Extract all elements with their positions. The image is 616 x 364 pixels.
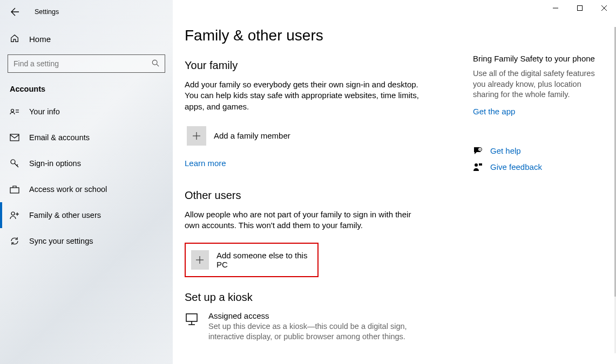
give-feedback-label: Give feedback (490, 162, 542, 171)
sidebar-item-access-work-school[interactable]: Access work or school (0, 176, 173, 202)
home-icon (10, 33, 19, 45)
sidebar-item-sync-settings[interactable]: Sync your settings (0, 228, 173, 254)
key-icon (10, 159, 19, 168)
sidebar-item-your-info[interactable]: Your info (0, 99, 173, 125)
info-text: Use all of the digital safety features y… (473, 68, 597, 100)
other-users-heading: Other users (185, 189, 606, 202)
kiosk-monitor-icon (185, 311, 200, 328)
svg-point-0 (152, 60, 157, 65)
sidebar-item-signin-options[interactable]: Sign-in options (0, 150, 173, 176)
svg-point-2 (11, 109, 14, 112)
svg-point-24 (475, 163, 478, 167)
plus-tile (191, 250, 209, 270)
svg-point-6 (11, 160, 15, 164)
add-family-label: Add a family member (214, 131, 290, 140)
search-box[interactable] (8, 54, 165, 73)
info-panel: Bring Family Safety to your phone Use al… (473, 54, 597, 178)
kiosk-heading: Set up a kiosk (185, 291, 606, 304)
home-label: Home (29, 35, 51, 44)
sync-icon (10, 236, 19, 246)
sidebar-item-label: Sign-in options (29, 159, 81, 168)
person-card-icon (10, 108, 19, 115)
app-title: Settings (35, 8, 59, 16)
sidebar-item-label: Sync your settings (29, 237, 93, 245)
back-button[interactable] (11, 8, 19, 16)
search-input[interactable] (13, 59, 152, 68)
svg-rect-7 (10, 188, 19, 193)
sidebar-item-label: Email & accounts (29, 133, 90, 142)
nav-section-header: Accounts (0, 85, 173, 99)
get-help-label: Get help (490, 146, 521, 155)
sidebar-item-label: Access work or school (29, 185, 107, 194)
learn-more-link[interactable]: Learn more (185, 159, 226, 168)
svg-rect-19 (186, 314, 197, 321)
get-help-link[interactable]: ? Get help (473, 146, 597, 156)
get-the-app-link[interactable]: Get the app (473, 107, 515, 116)
sidebar: Settings Home Accounts Your info Email &… (0, 0, 173, 364)
add-other-user-highlight: Add someone else to this PC (185, 243, 319, 277)
page-title: Family & other users (185, 27, 606, 44)
people-add-icon (10, 211, 19, 219)
plus-icon (195, 256, 204, 264)
svg-line-1 (157, 64, 159, 66)
kiosk-text: Assigned access Set up this device as a … (208, 311, 408, 342)
svg-text:?: ? (479, 148, 481, 151)
sidebar-item-family-other-users[interactable]: Family & other users (0, 202, 173, 228)
kiosk-desc: Set up this device as a kiosk—this could… (208, 321, 408, 342)
info-title: Bring Family Safety to your phone (473, 54, 597, 63)
give-feedback-link[interactable]: Give feedback (473, 162, 597, 172)
help-links: ? Get help Give feedback (473, 146, 597, 172)
plus-icon (192, 132, 201, 140)
briefcase-icon (10, 185, 19, 194)
kiosk-title: Assigned access (208, 311, 408, 320)
svg-rect-25 (479, 163, 482, 166)
sidebar-item-label: Your info (29, 107, 60, 116)
add-other-user-button[interactable]: Add someone else to this PC (189, 248, 314, 272)
search-icon (152, 59, 159, 68)
mail-icon (10, 134, 19, 141)
sidebar-item-email-accounts[interactable]: Email & accounts (0, 125, 173, 150)
svg-point-8 (11, 212, 15, 215)
plus-tile (187, 126, 206, 146)
other-users-description: Allow people who are not part of your fa… (185, 209, 422, 231)
help-chat-icon: ? (473, 146, 483, 156)
home-nav[interactable]: Home (0, 24, 173, 54)
titlebar: Settings (0, 0, 173, 24)
svg-rect-5 (10, 134, 19, 141)
add-other-user-label: Add someone else to this PC (216, 251, 312, 269)
feedback-person-icon (473, 162, 483, 172)
arrow-left-icon (11, 8, 19, 16)
assigned-access-button[interactable]: Assigned access Set up this device as a … (185, 311, 606, 342)
family-description: Add your family so everybody gets their … (185, 79, 422, 112)
sidebar-item-label: Family & other users (29, 211, 101, 219)
